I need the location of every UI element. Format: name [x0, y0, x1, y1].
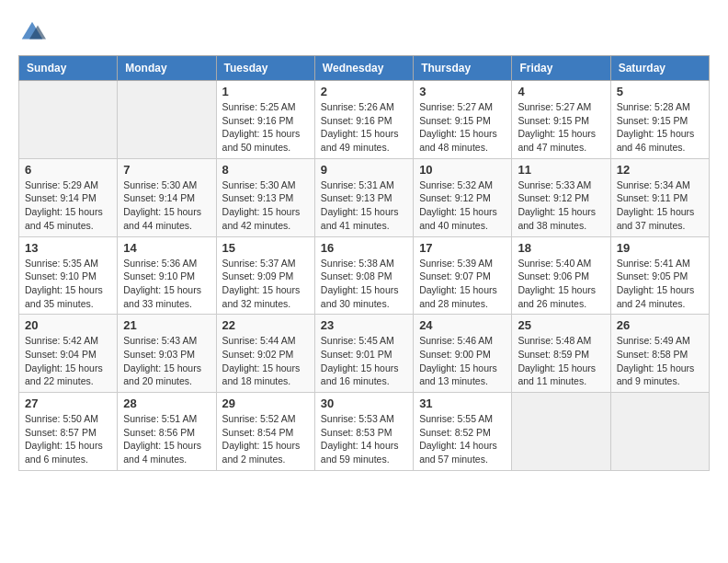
calendar-cell — [610, 393, 709, 471]
calendar-cell: 18Sunrise: 5:40 AM Sunset: 9:06 PM Dayli… — [512, 236, 610, 315]
header-cell-wednesday: Wednesday — [314, 56, 413, 81]
day-number: 17 — [419, 241, 506, 255]
calendar-cell: 17Sunrise: 5:39 AM Sunset: 9:07 PM Dayli… — [414, 236, 512, 315]
calendar-cell — [118, 81, 216, 159]
calendar-cell: 1Sunrise: 5:25 AM Sunset: 9:16 PM Daylig… — [216, 81, 314, 159]
calendar-cell: 23Sunrise: 5:45 AM Sunset: 9:01 PM Dayli… — [314, 315, 413, 393]
calendar-cell: 14Sunrise: 5:36 AM Sunset: 9:10 PM Dayli… — [118, 236, 216, 315]
day-number: 2 — [321, 85, 407, 98]
day-info: Sunrise: 5:25 AM Sunset: 9:16 PM Dayligh… — [222, 100, 309, 155]
logo-icon — [18, 18, 46, 46]
day-number: 3 — [419, 85, 506, 98]
day-number: 27 — [25, 396, 111, 410]
day-number: 25 — [518, 318, 604, 332]
calendar-cell: 4Sunrise: 5:27 AM Sunset: 9:15 PM Daylig… — [512, 81, 610, 159]
day-info: Sunrise: 5:53 AM Sunset: 8:53 PM Dayligh… — [321, 412, 407, 466]
day-number: 13 — [25, 241, 111, 255]
calendar-cell: 9Sunrise: 5:31 AM Sunset: 9:13 PM Daylig… — [314, 158, 413, 236]
day-info: Sunrise: 5:35 AM Sunset: 9:10 PM Dayligh… — [25, 257, 111, 311]
calendar-cell: 21Sunrise: 5:43 AM Sunset: 9:03 PM Dayli… — [118, 315, 216, 393]
header-cell-sunday: Sunday — [19, 56, 118, 81]
calendar-cell: 13Sunrise: 5:35 AM Sunset: 9:10 PM Dayli… — [19, 236, 118, 315]
day-number: 11 — [518, 163, 604, 177]
calendar-cell: 28Sunrise: 5:51 AM Sunset: 8:56 PM Dayli… — [118, 393, 216, 471]
calendar-cell: 11Sunrise: 5:33 AM Sunset: 9:12 PM Dayli… — [512, 158, 610, 236]
calendar-cell — [512, 393, 610, 471]
calendar-cell: 8Sunrise: 5:30 AM Sunset: 9:13 PM Daylig… — [216, 158, 314, 236]
day-number: 24 — [419, 318, 506, 332]
day-info: Sunrise: 5:33 AM Sunset: 9:12 PM Dayligh… — [518, 178, 604, 233]
day-number: 28 — [123, 396, 210, 410]
day-info: Sunrise: 5:28 AM Sunset: 9:15 PM Dayligh… — [617, 100, 703, 155]
day-number: 9 — [321, 163, 407, 177]
day-info: Sunrise: 5:26 AM Sunset: 9:16 PM Dayligh… — [321, 100, 407, 155]
calendar-cell: 30Sunrise: 5:53 AM Sunset: 8:53 PM Dayli… — [314, 393, 413, 471]
calendar-cell: 16Sunrise: 5:38 AM Sunset: 9:08 PM Dayli… — [314, 236, 413, 315]
header-row: SundayMondayTuesdayWednesdayThursdayFrid… — [19, 56, 710, 81]
calendar-cell: 12Sunrise: 5:34 AM Sunset: 9:11 PM Dayli… — [610, 158, 709, 236]
day-number: 31 — [419, 396, 506, 410]
day-info: Sunrise: 5:29 AM Sunset: 9:14 PM Dayligh… — [25, 178, 111, 233]
day-number: 26 — [617, 318, 703, 332]
day-info: Sunrise: 5:50 AM Sunset: 8:57 PM Dayligh… — [25, 412, 111, 466]
calendar-cell: 10Sunrise: 5:32 AM Sunset: 9:12 PM Dayli… — [414, 158, 512, 236]
day-number: 4 — [518, 85, 604, 98]
day-number: 12 — [617, 163, 703, 177]
day-number: 14 — [123, 241, 210, 255]
day-info: Sunrise: 5:48 AM Sunset: 8:59 PM Dayligh… — [518, 334, 604, 388]
day-number: 8 — [222, 163, 309, 177]
week-row: 27Sunrise: 5:50 AM Sunset: 8:57 PM Dayli… — [19, 393, 710, 471]
calendar-cell: 24Sunrise: 5:46 AM Sunset: 9:00 PM Dayli… — [414, 315, 512, 393]
day-info: Sunrise: 5:55 AM Sunset: 8:52 PM Dayligh… — [419, 412, 506, 466]
calendar-cell: 6Sunrise: 5:29 AM Sunset: 9:14 PM Daylig… — [19, 158, 118, 236]
header-cell-saturday: Saturday — [610, 56, 709, 81]
day-number: 1 — [222, 85, 309, 98]
calendar-table: SundayMondayTuesdayWednesdayThursdayFrid… — [18, 55, 710, 471]
day-number: 5 — [617, 85, 703, 98]
day-info: Sunrise: 5:36 AM Sunset: 9:10 PM Dayligh… — [123, 257, 210, 311]
day-info: Sunrise: 5:39 AM Sunset: 9:07 PM Dayligh… — [419, 257, 506, 311]
calendar-header: SundayMondayTuesdayWednesdayThursdayFrid… — [19, 56, 710, 81]
header-cell-friday: Friday — [512, 56, 610, 81]
day-info: Sunrise: 5:38 AM Sunset: 9:08 PM Dayligh… — [321, 257, 407, 311]
day-number: 30 — [321, 396, 407, 410]
day-number: 16 — [321, 241, 407, 255]
header-cell-thursday: Thursday — [414, 56, 512, 81]
day-info: Sunrise: 5:51 AM Sunset: 8:56 PM Dayligh… — [123, 412, 210, 466]
day-number: 7 — [123, 163, 210, 177]
calendar-cell: 27Sunrise: 5:50 AM Sunset: 8:57 PM Dayli… — [19, 393, 118, 471]
calendar-cell: 7Sunrise: 5:30 AM Sunset: 9:14 PM Daylig… — [118, 158, 216, 236]
day-number: 20 — [25, 318, 111, 332]
calendar-cell — [19, 81, 118, 159]
calendar-cell: 29Sunrise: 5:52 AM Sunset: 8:54 PM Dayli… — [216, 393, 314, 471]
day-number: 21 — [123, 318, 210, 332]
day-number: 19 — [617, 241, 703, 255]
page-header — [18, 18, 710, 46]
day-number: 6 — [25, 163, 111, 177]
day-info: Sunrise: 5:40 AM Sunset: 9:06 PM Dayligh… — [518, 257, 604, 311]
day-info: Sunrise: 5:32 AM Sunset: 9:12 PM Dayligh… — [419, 178, 506, 233]
calendar-body: 1Sunrise: 5:25 AM Sunset: 9:16 PM Daylig… — [19, 81, 710, 471]
day-number: 22 — [222, 318, 309, 332]
day-info: Sunrise: 5:46 AM Sunset: 9:00 PM Dayligh… — [419, 334, 506, 388]
calendar-cell: 15Sunrise: 5:37 AM Sunset: 9:09 PM Dayli… — [216, 236, 314, 315]
calendar-cell: 19Sunrise: 5:41 AM Sunset: 9:05 PM Dayli… — [610, 236, 709, 315]
calendar-cell: 26Sunrise: 5:49 AM Sunset: 8:58 PM Dayli… — [610, 315, 709, 393]
week-row: 1Sunrise: 5:25 AM Sunset: 9:16 PM Daylig… — [19, 81, 710, 159]
day-info: Sunrise: 5:27 AM Sunset: 9:15 PM Dayligh… — [518, 100, 604, 155]
day-info: Sunrise: 5:42 AM Sunset: 9:04 PM Dayligh… — [25, 334, 111, 388]
week-row: 20Sunrise: 5:42 AM Sunset: 9:04 PM Dayli… — [19, 315, 710, 393]
calendar-cell: 3Sunrise: 5:27 AM Sunset: 9:15 PM Daylig… — [414, 81, 512, 159]
day-info: Sunrise: 5:43 AM Sunset: 9:03 PM Dayligh… — [123, 334, 210, 388]
calendar-cell: 22Sunrise: 5:44 AM Sunset: 9:02 PM Dayli… — [216, 315, 314, 393]
logo — [18, 18, 50, 46]
day-info: Sunrise: 5:37 AM Sunset: 9:09 PM Dayligh… — [222, 257, 309, 311]
day-info: Sunrise: 5:49 AM Sunset: 8:58 PM Dayligh… — [617, 334, 703, 388]
day-info: Sunrise: 5:45 AM Sunset: 9:01 PM Dayligh… — [321, 334, 407, 388]
calendar-cell: 25Sunrise: 5:48 AM Sunset: 8:59 PM Dayli… — [512, 315, 610, 393]
calendar-cell: 20Sunrise: 5:42 AM Sunset: 9:04 PM Dayli… — [19, 315, 118, 393]
day-number: 18 — [518, 241, 604, 255]
day-info: Sunrise: 5:41 AM Sunset: 9:05 PM Dayligh… — [617, 257, 703, 311]
day-info: Sunrise: 5:52 AM Sunset: 8:54 PM Dayligh… — [222, 412, 309, 466]
week-row: 13Sunrise: 5:35 AM Sunset: 9:10 PM Dayli… — [19, 236, 710, 315]
